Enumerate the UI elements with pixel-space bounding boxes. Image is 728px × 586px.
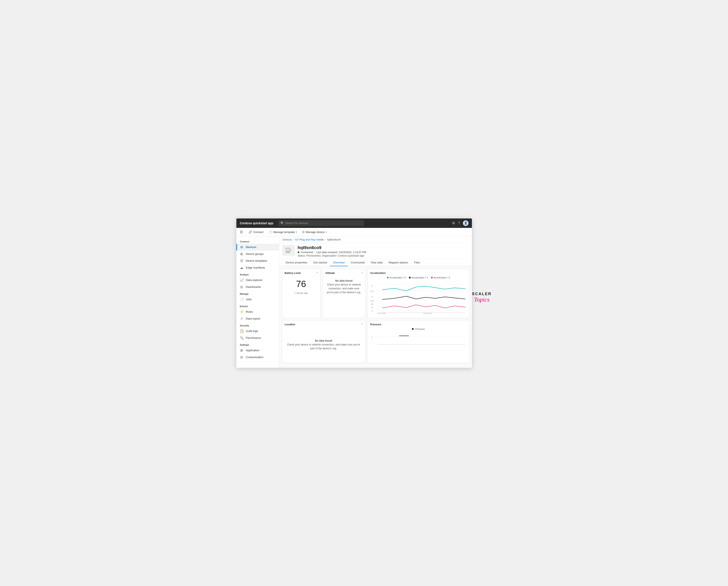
sidebar-item-device-templates[interactable]: ☰ Device templates (236, 257, 279, 264)
devices-icon: ⊙ (240, 245, 244, 249)
location-expand-icon[interactable]: ↗ (361, 323, 363, 326)
location-no-data: No data found Check your device or netwo… (285, 339, 363, 350)
sidebar-item-rules[interactable]: ⚡ Rules (236, 308, 279, 315)
watermark: SCALER Topics (472, 285, 492, 307)
sidebar-section-manage: Manage (236, 290, 279, 296)
legend-pressure: Pressure (412, 328, 424, 330)
pressure-legend: Pressure (370, 328, 467, 330)
sidebar-item-customization[interactable]: ⊟ Customization (236, 354, 279, 361)
data-export-icon: ↗ (240, 317, 244, 321)
svg-rect-1 (286, 249, 289, 251)
sidebar-item-devices[interactable]: ⊙ Devices (236, 244, 279, 251)
altitude-no-data: No data found Check your device or netwo… (325, 279, 363, 294)
device-groups-icon: ⊞ (240, 252, 244, 256)
pressure-chart: 1 (370, 332, 467, 349)
device-status: Connected | Last data received: 10/24/20… (297, 251, 366, 254)
audit-logs-label: Audit logs (246, 329, 258, 333)
sidebar-section-settings: Settings (236, 341, 279, 347)
sidebar-item-data-export[interactable]: ↗ Data export (236, 315, 279, 322)
altitude-no-data-sub: Check your device or network connection,… (327, 283, 361, 294)
watermark-scaler: SCALER (472, 292, 492, 296)
tab-get-started[interactable]: Get started (310, 259, 330, 266)
acceleration-chart: 2 0.0 5 0.0 10 8 6 (370, 280, 467, 314)
device-thumbnail (283, 245, 295, 256)
connect-button[interactable]: 🔗 Connect (246, 229, 265, 234)
status-separator: | (314, 251, 315, 254)
breadcrumb-template[interactable]: IoT Plug and Play mobile (295, 238, 324, 241)
sidebar-item-data-explorer[interactable]: 📈 Data explorer (236, 277, 279, 284)
device-header: hqt9xn6co9 Connected | Last data receive… (279, 243, 472, 259)
battery-title: Battery Level (285, 272, 317, 275)
permissions-label: Permissions (246, 336, 261, 339)
acceleration-legend: Acceleration / X Acceleration / Y Accele… (370, 276, 467, 279)
search-input[interactable] (285, 222, 362, 225)
tab-device-properties[interactable]: Device properties (283, 259, 310, 266)
panels-row-1: Battery Level ↗ 76 1 minute ago Altitude… (282, 269, 469, 318)
sidebar-item-device-groups[interactable]: ⊞ Device groups (236, 251, 279, 257)
hamburger-icon[interactable]: ☰ (240, 230, 243, 234)
top-bar-actions: ⚙ ? 👤 (452, 221, 468, 226)
legend-y: Acceleration / Y (409, 276, 428, 279)
content-area: Devices › IoT Plug and Play mobile › hqt… (279, 236, 472, 368)
sidebar-section-analyze: Analyze (236, 271, 279, 277)
main-layout: Connect ⊙ Devices ⊞ Device groups ☰ Devi… (236, 236, 472, 368)
app-title: Contoso quickstart app (240, 222, 273, 225)
device-templates-icon: ☰ (240, 259, 244, 263)
tab-files[interactable]: Files (411, 259, 423, 266)
panels-row-2: Location ↗ No data found Check your devi… (282, 320, 469, 363)
tab-commands[interactable]: Commands (348, 259, 368, 266)
application-label: Application (246, 349, 260, 352)
sidebar-item-application[interactable]: ⊞ Application (236, 347, 279, 354)
jobs-icon: 📄 (240, 298, 244, 301)
watermark-topics: Topics (472, 296, 492, 303)
manage-template-button[interactable]: 📄 Manage template ▾ (266, 229, 299, 234)
connect-label: Connect (253, 230, 263, 234)
sidebar: Connect ⊙ Devices ⊞ Device groups ☰ Devi… (236, 236, 279, 368)
tab-mapped-aliases[interactable]: Mapped aliases (386, 259, 411, 266)
device-info: hqt9xn6co9 Connected | Last data receive… (297, 245, 366, 257)
battery-time: 1 minute ago (285, 292, 317, 294)
sidebar-item-edge-manifests[interactable]: ☁ Edge manifests (236, 264, 279, 271)
device-groups-label: Device groups (246, 252, 264, 256)
sidebar-item-jobs[interactable]: 📄 Jobs (236, 296, 279, 303)
manage-device-button[interactable]: ⊙ Manage device ▾ (300, 229, 329, 234)
svg-text:02:00 PM: 02:00 PM (423, 312, 431, 314)
dashboard: Battery Level ↗ 76 1 minute ago Altitude… (279, 266, 472, 368)
help-icon[interactable]: ? (458, 221, 460, 225)
breadcrumb-sep-2: › (325, 238, 326, 241)
altitude-panel: Altitude ↗ No data found Check your devi… (322, 269, 365, 318)
battery-expand-icon[interactable]: ↗ (316, 271, 318, 274)
sidebar-item-permissions[interactable]: 🔍 Permissions (236, 335, 279, 341)
edge-manifests-icon: ☁ (240, 266, 244, 270)
altitude-no-data-heading: No data found (335, 279, 353, 282)
breadcrumb-devices[interactable]: Devices (283, 238, 292, 241)
svg-text:1: 1 (372, 336, 373, 338)
permissions-icon: 🔍 (240, 336, 244, 340)
sidebar-item-audit-logs[interactable]: 📋 Audit logs (236, 328, 279, 335)
customization-icon: ⊟ (240, 355, 244, 359)
manage-template-label: Manage template (273, 230, 295, 234)
last-data-label: Last data received: 10/24/2022, 2:14:07 … (316, 251, 366, 254)
avatar[interactable]: 👤 (463, 221, 468, 226)
device-image-icon (285, 247, 292, 254)
svg-text:5: 5 (372, 295, 373, 298)
settings-icon[interactable]: ⚙ (452, 221, 455, 225)
svg-text:6: 6 (372, 310, 373, 312)
sidebar-item-dashboards[interactable]: ⊟ Dashboards (236, 284, 279, 290)
tab-bar: Device properties Get started Overview C… (279, 259, 472, 266)
dashboards-label: Dashboards (246, 285, 261, 288)
svg-text:0.0: 0.0 (371, 300, 374, 302)
device-icon: ⊙ (302, 230, 305, 234)
altitude-expand-icon[interactable]: ↗ (361, 271, 363, 274)
status-dot (297, 251, 299, 253)
edge-manifests-label: Edge manifests (246, 266, 265, 269)
status-label: Connected (301, 251, 313, 254)
location-panel: Location ↗ No data found Check your devi… (282, 320, 365, 363)
tab-raw-data[interactable]: Raw data (368, 259, 386, 266)
data-explorer-icon: 📈 (240, 278, 244, 282)
battery-value: 76 (285, 276, 317, 290)
legend-x: Acceleration / X (387, 276, 406, 279)
search-bar[interactable]: 🔍 (278, 220, 364, 226)
tab-overview[interactable]: Overview (330, 259, 347, 266)
device-templates-label: Device templates (246, 259, 267, 262)
